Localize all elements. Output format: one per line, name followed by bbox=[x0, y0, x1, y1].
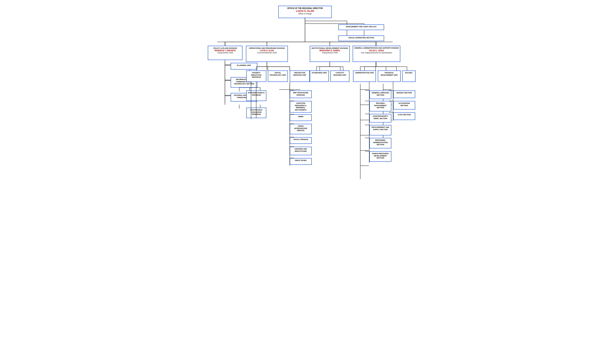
centers-label: CENTERS AND INSITUTITONS bbox=[291, 148, 310, 152]
financial-mgmt-label: FINANCIAL MANAGEMENT UNIT bbox=[379, 72, 399, 76]
personnel-admin-box: PERSONNEL ADMINISTRATION SECTION bbox=[369, 138, 391, 148]
crisis-box: CRISIS INTERVENTION SERVICE bbox=[290, 124, 312, 134]
opd-title: OPERATIONS AND PROGRAMS DIVISION bbox=[247, 47, 286, 49]
sustainable-box: SUSTAINABLE LIVELIHOOD PROGRAM bbox=[246, 108, 266, 118]
personnel-admin-label: PERSONNEL ADMINISTRATION SECTION bbox=[371, 139, 390, 146]
standards-unit-box: STANDARDS UNIT bbox=[310, 70, 329, 82]
gasd-box: GENERAL ADMINISTRATION AND SUPPORT DIVIS… bbox=[353, 46, 400, 62]
management-audit-label: MANAGEMENT AND AUDIT ANALYST bbox=[340, 26, 383, 28]
pantawid-box: PANTAWID PAMILYA PROGRAM bbox=[246, 91, 266, 101]
ppd-name: PASENCIA T. ANCHETA bbox=[209, 49, 241, 52]
rrp-trafficked-label: RRP TRAFFICKED PERSONS bbox=[291, 92, 310, 96]
social-marketing-box: SOCIAL MARKETING SECTION bbox=[338, 35, 384, 41]
adoption-box: ADOPTION RESOURCE & REFERRAL SECTION/MTA bbox=[290, 101, 312, 113]
poverty-reduction-box: POVERTY REDUCTION PROGRAM bbox=[246, 70, 266, 82]
capacity-building-label: CAPACITY BUILDING UNIT bbox=[332, 72, 348, 76]
gasd-title: GENERAL ADMINISTRATION AND SUPPORT DIVIS… bbox=[354, 47, 399, 49]
idd-box: INSTITUTIONAL DEVELOPMENT DIVISION MARCI… bbox=[310, 46, 350, 62]
social-marketing-label: SOCIAL MARKETING SECTION bbox=[340, 37, 383, 39]
pantawid-label: PANTAWID PAMILYA PROGRAM bbox=[248, 92, 265, 96]
poverty-reduction-label: POVERTY REDUCTION PROGRAM bbox=[248, 72, 265, 78]
budget-section-label: BUDGET SECTION bbox=[395, 92, 414, 94]
rrp-trafficked-box: RRP TRAFFICKED PERSONS bbox=[290, 91, 312, 98]
gasd-subtitle: Asst. Regional Director for Administrati… bbox=[354, 52, 399, 54]
protective-services-label: PROTECTIVE SERVICES UNIT bbox=[291, 72, 308, 76]
social-pension-label: SOCIAL PENSION bbox=[291, 139, 310, 141]
budget-section-box: BUDGET SECTION bbox=[393, 91, 415, 98]
planning-unit-label: PLANNING UNIT bbox=[232, 64, 256, 66]
director-box: OFFICE OF THE REGIONAL DIRECTOR LUCIA S.… bbox=[278, 6, 332, 18]
standards-unit-label: STANDARDS UNIT bbox=[311, 72, 327, 74]
idd-name: MARCIANO D. DAMEG bbox=[311, 49, 348, 52]
asset-property-label: ASSET/PROPERTY MGMT. SECTION bbox=[371, 115, 390, 120]
human-resource-box: HUMAN RESOURCE DEVELOPMENT SECTION bbox=[369, 151, 391, 162]
procurement-label: PROCUREMENT AND SUPPLY SECTION bbox=[371, 126, 390, 131]
social-technology-box: SOCIAL TECHNOLOGY UNIT bbox=[268, 70, 288, 82]
bacsec-label: BACSEC bbox=[404, 72, 414, 74]
bacsec-box: BACSEC bbox=[402, 70, 416, 82]
records-mgmt-box: RECORDS MANAGEMENT SECTION bbox=[369, 101, 391, 111]
ppd-title: POLICY & PLANS DIVISION bbox=[209, 47, 241, 49]
asset-property-box: ASSET/PROPERTY MGMT. SECTION bbox=[369, 114, 391, 122]
idd-title: INSTITUTIONAL DEVELOPMENT DIVISION bbox=[311, 47, 348, 49]
opd-name: LUCIA S. ALAN bbox=[247, 49, 286, 52]
general-services-label: GENERAL SERVICES SECTION bbox=[371, 92, 390, 96]
opd-box: OPERATIONS AND PROGRAMS DIVISION LUCIA S… bbox=[246, 46, 288, 62]
social-technology-label: SOCIAL TECHNOLOGY UNIT bbox=[269, 72, 286, 76]
general-services-box: GENERAL SERVICES SECTION bbox=[369, 91, 391, 99]
management-audit-box: MANAGEMENT AND AUDIT ANALYST bbox=[338, 24, 384, 30]
director-title: OFFICE OF THE REGIONAL DIRECTOR bbox=[280, 7, 330, 10]
opd-subtitle: Concurrent/Division Chief bbox=[247, 52, 286, 54]
cash-section-label: CASH SECTION bbox=[395, 114, 414, 116]
protective-services-box: PROTECTIVE SERVICES UNIT bbox=[290, 70, 310, 82]
planning-unit-box: PLANNING UNIT bbox=[231, 63, 257, 69]
sustainable-label: SUSTAINABLE LIVELIHOOD PROGRAM bbox=[248, 109, 265, 116]
drrm-box: DRRM bbox=[290, 114, 312, 121]
chart-wrap: OFFICE OF THE REGIONAL DIRECTOR LUCIA S.… bbox=[204, 4, 406, 187]
accounting-section-label: ACCOUNTING SECTION bbox=[395, 102, 414, 107]
capacity-building-box: CAPACITY BUILDING UNIT bbox=[330, 70, 349, 82]
director-name: LUCIA S. ALAN bbox=[280, 10, 330, 13]
records-mgmt-label: RECORDS MANAGEMENT SECTION bbox=[371, 102, 390, 109]
adoption-label: ADOPTION RESOURCE & REFERRAL SECTION/MTA bbox=[291, 102, 310, 111]
swad-box: SWAD TEAMS bbox=[290, 158, 312, 165]
social-pension-box: SOCIAL PENSION bbox=[290, 137, 312, 144]
admin-unit-label: ADMINISTRATIVE UNIT bbox=[354, 72, 374, 74]
admin-unit-box: ADMINISTRATIVE UNIT bbox=[353, 70, 376, 82]
director-subtitle: Officer-In-Charge bbox=[280, 13, 330, 15]
cash-section-box: CASH SECTION bbox=[393, 112, 415, 120]
gasd-name: CELSO L. ARAO bbox=[354, 49, 399, 52]
crisis-label: CRISIS INTERVENTION SERVICE bbox=[291, 125, 310, 132]
accounting-section-box: ACCOUNTING SECTION bbox=[393, 101, 415, 110]
ppd-box: POLICY & PLANS DIVISION PASENCIA T. ANCH… bbox=[208, 46, 243, 60]
centers-box: CENTERS AND INSITUTITONS bbox=[290, 147, 312, 155]
org-chart-container: OFFICE OF THE REGIONAL DIRECTOR LUCIA S.… bbox=[4, 4, 606, 187]
drrm-label: DRRM bbox=[291, 116, 310, 118]
idd-subtitle: Acting Division Chief bbox=[311, 52, 348, 54]
human-resource-label: HUMAN RESOURCE DEVELOPMENT SECTION bbox=[371, 153, 390, 159]
swad-label: SWAD TEAMS bbox=[291, 159, 310, 162]
procurement-box: PROCUREMENT AND SUPPLY SECTION bbox=[369, 125, 391, 135]
financial-mgmt-box: FINANCIAL MANAGEMENT UNIT bbox=[378, 70, 401, 82]
ppd-subtitle: Acting Division Chief bbox=[209, 52, 241, 54]
